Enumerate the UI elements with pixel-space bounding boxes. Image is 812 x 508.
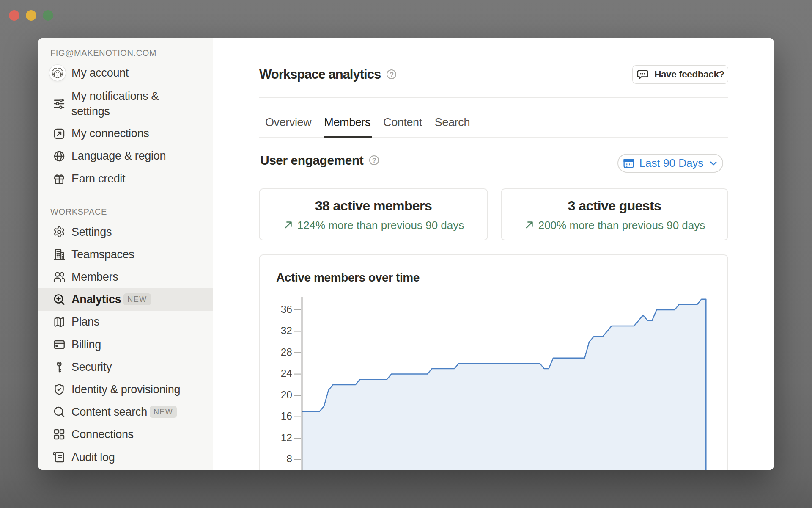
svg-text:12: 12 <box>281 432 292 443</box>
svg-text:28: 28 <box>281 346 292 358</box>
svg-text:8: 8 <box>286 453 292 464</box>
svg-text:16: 16 <box>281 410 292 422</box>
svg-text:36: 36 <box>281 304 292 315</box>
svg-text:24: 24 <box>281 367 292 379</box>
svg-text:32: 32 <box>281 325 292 336</box>
svg-text:20: 20 <box>281 389 292 400</box>
